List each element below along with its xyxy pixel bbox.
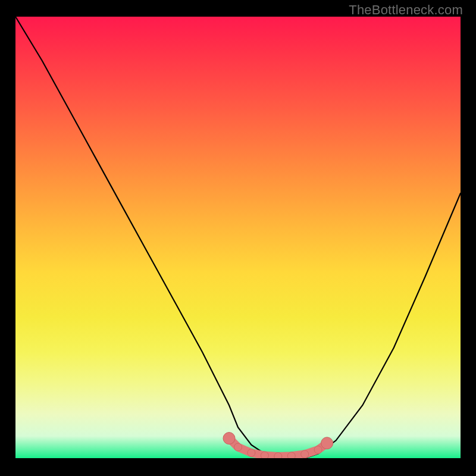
optimal-range-markers	[223, 433, 333, 458]
marker-node	[274, 453, 282, 459]
chart-frame: TheBottleneck.com	[0, 0, 476, 476]
marker-node	[287, 452, 295, 458]
watermark-text: TheBottleneck.com	[349, 2, 463, 18]
plot-area	[15, 17, 461, 458]
marker-end	[321, 437, 333, 449]
marker-node	[234, 443, 242, 451]
marker-node	[301, 450, 309, 458]
marker-end	[223, 433, 235, 444]
marker-node	[314, 446, 322, 453]
marker-node	[261, 452, 268, 458]
bottleneck-curve	[15, 17, 461, 458]
chart-svg	[15, 17, 461, 458]
marker-node	[248, 449, 255, 457]
